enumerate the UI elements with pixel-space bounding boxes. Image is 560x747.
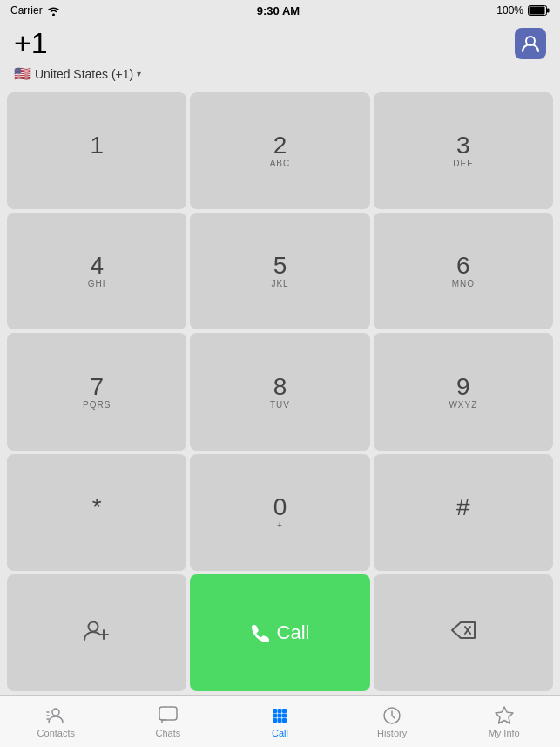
svg-rect-17 xyxy=(273,713,277,717)
key-2[interactable]: 2 ABC xyxy=(190,92,369,209)
tab-myinfo-label: My Info xyxy=(489,728,520,738)
key-hash[interactable]: # xyxy=(374,454,553,571)
status-left: Carrier xyxy=(10,4,60,17)
dialpad-row-3: 7 PQRS 8 TUV 9 WXYZ xyxy=(7,333,553,450)
tab-contacts[interactable]: Contacts xyxy=(0,696,112,747)
chevron-down-icon: ▾ xyxy=(137,69,141,78)
call-icon xyxy=(269,705,290,726)
svg-point-9 xyxy=(52,709,59,716)
tab-chats-label: Chats xyxy=(156,728,181,738)
status-bar: Carrier 9:30 AM 100% xyxy=(0,0,560,21)
key-7[interactable]: 7 PQRS xyxy=(7,333,186,450)
status-time: 9:30 AM xyxy=(257,4,300,17)
dialpad: 1 2 ABC 3 DEF 4 GHI 5 JKL 6 MNO 7 PQRS xyxy=(0,89,560,695)
phone-icon xyxy=(251,623,270,642)
svg-rect-18 xyxy=(278,713,282,717)
svg-rect-2 xyxy=(547,9,550,13)
headset-icon xyxy=(519,32,542,55)
tab-call[interactable]: Call xyxy=(224,696,336,747)
backspace-icon xyxy=(450,621,476,645)
call-button[interactable]: Call xyxy=(190,574,369,691)
history-icon xyxy=(381,705,402,726)
tab-contacts-label: Contacts xyxy=(37,728,75,738)
key-5[interactable]: 5 JKL xyxy=(190,213,369,329)
settings-button[interactable] xyxy=(515,28,546,59)
key-star[interactable]: * xyxy=(7,454,186,571)
tab-myinfo[interactable]: My Info xyxy=(448,696,560,747)
svg-rect-19 xyxy=(282,713,287,717)
svg-rect-13 xyxy=(159,707,177,720)
key-3[interactable]: 3 DEF xyxy=(374,92,553,209)
dialpad-row-2: 4 GHI 5 JKL 6 MNO xyxy=(7,213,553,329)
contacts-icon xyxy=(45,705,66,726)
add-contact-icon xyxy=(83,619,111,647)
battery-percent: 100% xyxy=(496,4,523,17)
tab-chats[interactable]: Chats xyxy=(112,696,225,747)
battery-icon xyxy=(528,5,550,16)
svg-rect-14 xyxy=(273,709,277,713)
dialpad-row-4: * 0 + # xyxy=(7,454,553,571)
backspace-button[interactable] xyxy=(374,574,553,691)
key-8[interactable]: 8 TUV xyxy=(190,333,369,450)
country-selector[interactable]: 🇺🇸 United States (+1) ▾ xyxy=(0,64,560,89)
svg-rect-15 xyxy=(278,709,282,713)
chats-icon xyxy=(158,705,179,726)
carrier-label: Carrier xyxy=(10,4,43,17)
key-1[interactable]: 1 xyxy=(7,92,186,209)
tab-history[interactable]: History xyxy=(336,696,449,747)
country-flag: 🇺🇸 xyxy=(14,65,31,82)
svg-rect-20 xyxy=(273,718,277,723)
tab-bar: Contacts Chats Call History xyxy=(0,695,560,747)
dialpad-row-5: Call xyxy=(7,574,553,691)
tab-history-label: History xyxy=(377,728,407,738)
add-contact-button[interactable] xyxy=(7,574,186,691)
svg-rect-21 xyxy=(278,718,282,723)
svg-rect-16 xyxy=(282,709,287,713)
status-right: 100% xyxy=(496,4,550,17)
svg-point-4 xyxy=(89,621,98,631)
country-name: United States (+1) xyxy=(35,67,133,81)
svg-rect-22 xyxy=(282,718,287,723)
key-9[interactable]: 9 WXYZ xyxy=(374,333,553,450)
key-0[interactable]: 0 + xyxy=(190,454,369,571)
myinfo-icon xyxy=(494,705,515,726)
tab-call-label: Call xyxy=(272,728,288,738)
key-4[interactable]: 4 GHI xyxy=(7,213,186,329)
header: +1 xyxy=(0,21,560,64)
key-6[interactable]: 6 MNO xyxy=(374,213,553,329)
svg-rect-1 xyxy=(530,7,545,15)
dialpad-row-1: 1 2 ABC 3 DEF xyxy=(7,92,553,209)
wifi-icon xyxy=(47,6,60,16)
phone-number-display: +1 xyxy=(14,26,48,60)
